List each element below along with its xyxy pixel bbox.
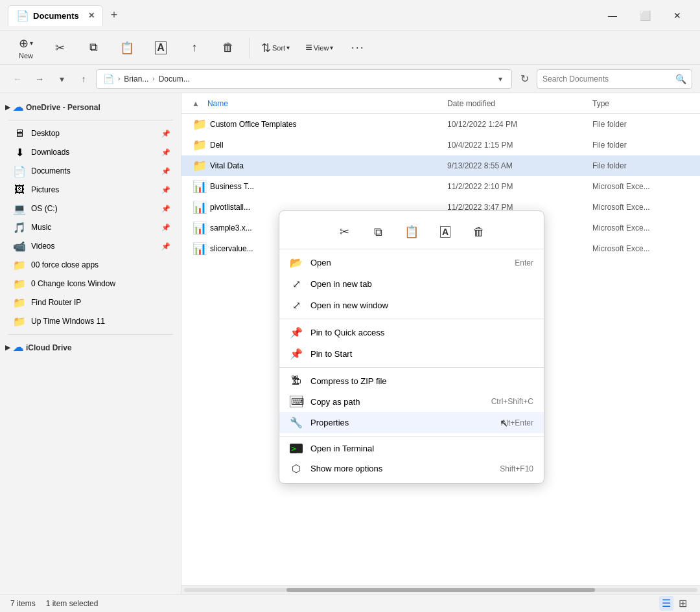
ctx-open-new-tab-label: Open in new tab xyxy=(310,279,533,289)
ctx-copy-path-label: Copy as path xyxy=(310,397,484,407)
ctx-compress-label: Compress to ZIP file xyxy=(310,376,533,386)
ctx-pin-start-icon: 📌 xyxy=(290,348,303,360)
ctx-paste-button[interactable]: 📋 xyxy=(400,220,423,244)
context-menu: ✂ ⧉ 📋 A 🗑 📂 Open Enter ⤢ Open in new tab xyxy=(279,210,544,484)
ctx-separator-1 xyxy=(279,319,544,319)
ctx-terminal-icon: >_ xyxy=(290,444,303,453)
context-toolbar: ✂ ⧉ 📋 A 🗑 xyxy=(279,215,544,249)
ctx-cut-icon: ✂ xyxy=(340,225,349,239)
ctx-paste-icon: 📋 xyxy=(404,225,419,239)
ctx-copy-button[interactable]: ⧉ xyxy=(366,220,390,244)
ctx-terminal-label: Open in Terminal xyxy=(310,444,533,453)
ctx-more-options-item[interactable]: ⬡ Show more options Shift+F10 xyxy=(279,458,544,479)
ctx-properties-label: Properties xyxy=(310,418,493,427)
ctx-more-options-label: Show more options xyxy=(310,464,492,473)
ctx-separator-3 xyxy=(279,436,544,436)
context-menu-overlay[interactable]: ✂ ⧉ 📋 A 🗑 📂 Open Enter ⤢ Open in new tab xyxy=(0,0,700,612)
cursor-indicator: ↖ xyxy=(500,416,508,429)
ctx-copy-path-item[interactable]: ⌨ Copy as path Ctrl+Shift+C xyxy=(279,391,544,412)
ctx-open-new-window-label: Open in new window xyxy=(310,300,533,310)
ctx-copy-icon: ⧉ xyxy=(374,225,382,239)
ctx-more-options-icon: ⬡ xyxy=(290,462,303,475)
ctx-properties-icon: 🔧 xyxy=(290,416,303,429)
ctx-rename-button[interactable]: A xyxy=(434,220,457,244)
ctx-open-shortcut: Enter xyxy=(515,258,533,267)
ctx-pin-start-item[interactable]: 📌 Pin to Start xyxy=(279,343,544,365)
ctx-pin-quick-label: Pin to Quick access xyxy=(310,328,533,337)
ctx-copy-path-icon: ⌨ xyxy=(290,396,303,407)
ctx-properties-item[interactable]: 🔧 Properties Alt+Enter ↖ xyxy=(279,412,544,433)
ctx-terminal-item[interactable]: >_ Open in Terminal xyxy=(279,439,544,458)
ctx-open-new-tab-item[interactable]: ⤢ Open in new tab xyxy=(279,273,544,295)
ctx-pin-quick-icon: 📌 xyxy=(290,326,303,339)
ctx-compress-item[interactable]: 🗜 Compress to ZIP file xyxy=(279,370,544,391)
ctx-delete-icon: 🗑 xyxy=(473,225,485,239)
ctx-separator-2 xyxy=(279,367,544,368)
ctx-pin-start-label: Pin to Start xyxy=(310,349,533,359)
ctx-pin-quick-item[interactable]: 📌 Pin to Quick access xyxy=(279,322,544,343)
ctx-open-label: Open xyxy=(310,258,507,267)
ctx-open-new-tab-icon: ⤢ xyxy=(290,278,303,290)
ctx-open-new-window-item[interactable]: ⤢ Open in new window xyxy=(279,295,544,316)
ctx-rename-icon: A xyxy=(440,226,450,238)
ctx-cut-button[interactable]: ✂ xyxy=(332,220,356,244)
ctx-open-new-window-icon: ⤢ xyxy=(290,299,303,312)
ctx-delete-button[interactable]: 🗑 xyxy=(467,220,491,244)
ctx-compress-icon: 🗜 xyxy=(290,375,303,387)
ctx-copy-path-shortcut: Ctrl+Shift+C xyxy=(491,397,533,406)
ctx-open-item[interactable]: 📂 Open Enter xyxy=(279,252,544,273)
ctx-more-options-shortcut: Shift+F10 xyxy=(500,464,533,473)
ctx-open-icon: 📂 xyxy=(290,256,303,269)
